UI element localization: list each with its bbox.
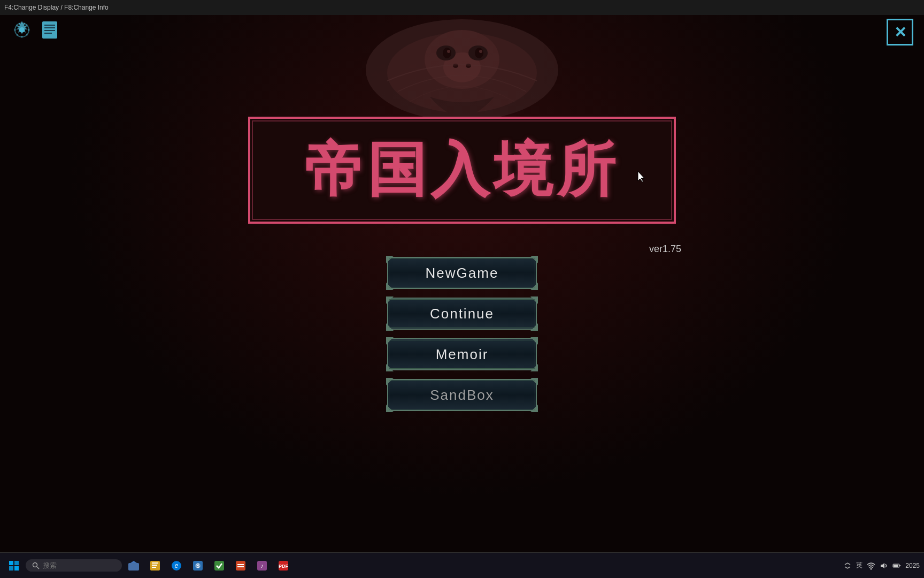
taskbar-app-5[interactable] — [210, 556, 229, 575]
svg-rect-28 — [152, 567, 156, 568]
svg-point-12 — [443, 48, 451, 58]
svg-line-23 — [37, 567, 39, 569]
continue-button[interactable]: Continue — [387, 298, 537, 330]
svg-point-13 — [475, 48, 483, 58]
svg-rect-3 — [44, 27, 55, 28]
version-text: ver1.75 — [649, 244, 681, 255]
taskbar-app-3[interactable]: e — [167, 556, 186, 575]
title-box: 帝国入境所 — [248, 117, 676, 224]
svg-rect-36 — [237, 564, 244, 565]
taskbar: e S ♪ PDF — [0, 552, 924, 578]
svg-rect-18 — [9, 561, 13, 565]
lang-indicator: 英 — [856, 561, 863, 570]
svg-rect-20 — [9, 566, 13, 571]
wifi-icon[interactable] — [867, 561, 875, 570]
titlebar-close-button[interactable] — [905, 0, 920, 15]
battery-icon[interactable] — [892, 561, 901, 570]
titlebar-text: F4:Change Display / F8:Change Info — [4, 4, 109, 11]
game-title: 帝国入境所 — [304, 131, 620, 210]
svg-point-42 — [871, 568, 872, 569]
svg-rect-34 — [214, 561, 224, 571]
svg-rect-21 — [14, 566, 19, 571]
taskbar-clock: 2025 — [905, 562, 920, 569]
close-x-button[interactable]: ✕ — [887, 19, 913, 45]
svg-rect-4 — [44, 30, 55, 31]
titlebar: F4:Change Display / F8:Change Info — [0, 0, 924, 15]
svg-text:S: S — [196, 563, 200, 569]
new-game-button[interactable]: NewGame — [387, 257, 537, 289]
volume-icon[interactable] — [880, 561, 888, 570]
logo-area: 帝国入境所 — [243, 15, 681, 224]
taskbar-app-7[interactable]: ♪ — [252, 556, 272, 575]
windows-start-button[interactable] — [4, 556, 24, 575]
svg-text:PDF: PDF — [279, 564, 289, 569]
top-left-icons — [11, 19, 61, 41]
svg-rect-37 — [237, 566, 244, 567]
svg-rect-19 — [14, 561, 19, 565]
taskbar-app-6[interactable] — [231, 556, 250, 575]
svg-point-14 — [447, 50, 450, 53]
taskbar-right: 英 2025 — [843, 561, 920, 570]
settings-icon[interactable] — [11, 19, 33, 41]
svg-rect-24 — [128, 563, 139, 571]
svg-rect-5 — [44, 33, 52, 34]
taskbar-app-2[interactable] — [145, 556, 165, 575]
svg-text:♪: ♪ — [260, 562, 264, 569]
taskbar-app-4[interactable]: S — [188, 556, 207, 575]
svg-rect-44 — [894, 565, 898, 567]
search-input[interactable] — [43, 561, 107, 569]
svg-point-15 — [479, 50, 482, 53]
svg-rect-35 — [236, 561, 245, 571]
taskbar-app-1[interactable] — [124, 556, 143, 575]
svg-rect-45 — [899, 565, 900, 566]
svg-rect-26 — [152, 562, 158, 564]
svg-rect-2 — [44, 25, 55, 26]
taskbar-search[interactable] — [26, 559, 122, 572]
svg-text:e: e — [175, 562, 179, 569]
svg-point-22 — [33, 562, 37, 567]
snake-image — [328, 15, 596, 122]
memoir-button[interactable]: Memoir — [387, 338, 537, 370]
search-icon — [32, 562, 40, 569]
svg-rect-27 — [152, 565, 157, 566]
notes-icon[interactable] — [38, 19, 61, 41]
close-x-icon: ✕ — [894, 24, 906, 41]
menu-buttons: NewGame Continue Memoir SandBox — [387, 257, 537, 411]
tray-chevron-icon[interactable] — [843, 561, 852, 570]
sandbox-button[interactable]: SandBox — [387, 379, 537, 411]
taskbar-app-8[interactable]: PDF — [274, 556, 293, 575]
